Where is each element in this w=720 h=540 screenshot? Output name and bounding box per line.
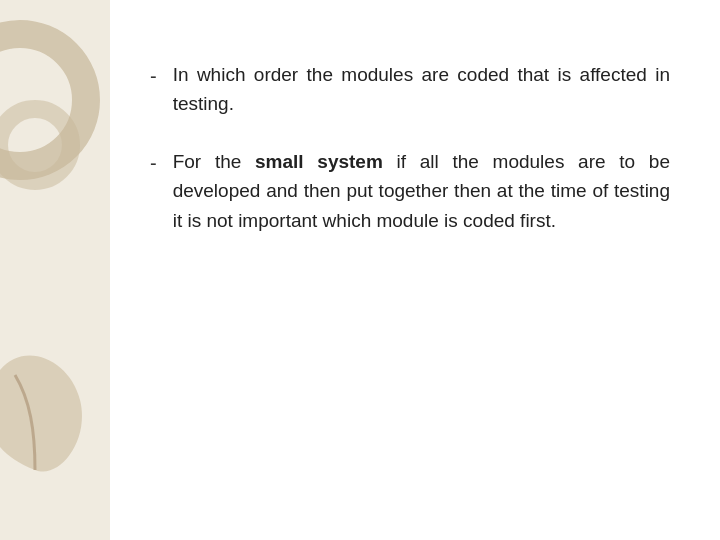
list-item: - In which order the modules are coded t…: [150, 60, 670, 119]
left-decoration-panel: [0, 0, 110, 540]
bold-text: small system: [255, 151, 383, 172]
content-area: - In which order the modules are coded t…: [110, 0, 720, 540]
decoration-leaf: [0, 350, 100, 480]
slide: - In which order the modules are coded t…: [0, 0, 720, 540]
bullet-dash-2: -: [150, 148, 157, 178]
decoration-circle-small: [0, 100, 80, 190]
bullet-list: - In which order the modules are coded t…: [150, 60, 670, 235]
list-item: - For the small system if all the module…: [150, 147, 670, 235]
bullet-text-1: In which order the modules are coded tha…: [173, 60, 670, 119]
bullet-text-2: For the small system if all the modules …: [173, 147, 670, 235]
bullet-dash-1: -: [150, 61, 157, 91]
